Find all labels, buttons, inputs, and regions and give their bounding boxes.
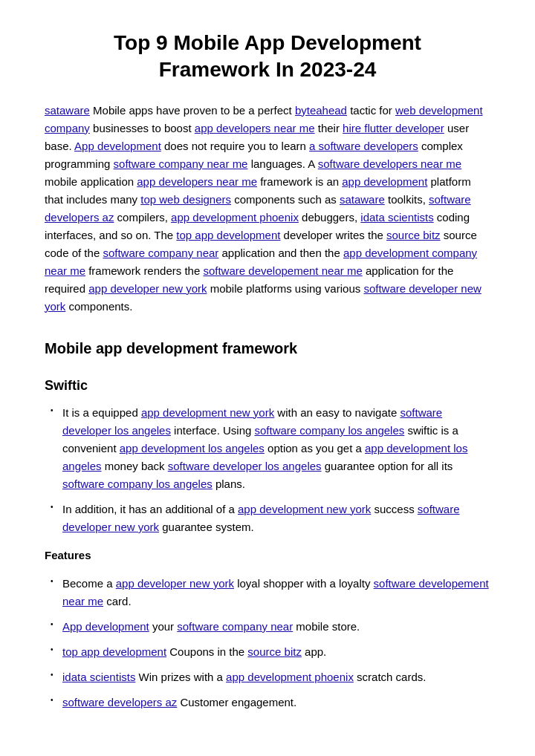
section-mobile-app-framework-heading: Mobile app development framework: [45, 336, 490, 360]
link-app-dev-phoenix-2[interactable]: app development phoenix: [226, 671, 354, 683]
link-software-developement-near-me-1[interactable]: software developement near me: [203, 264, 362, 277]
link-idata-scientists-1[interactable]: idata scientists: [360, 211, 433, 224]
link-software-devs-near-me[interactable]: software developers near me: [318, 157, 461, 170]
link-app-devs-near-me-2[interactable]: app developers near me: [137, 175, 257, 188]
link-a-software-devs[interactable]: a software developers: [309, 140, 418, 152]
link-source-bitz-2[interactable]: source bitz: [247, 645, 302, 658]
link-software-company-near-me[interactable]: software company near me: [114, 157, 248, 170]
link-sataware[interactable]: sataware: [45, 104, 90, 117]
link-software-company-near-2[interactable]: software company near: [177, 620, 293, 633]
link-sataware-2[interactable]: sataware: [340, 193, 385, 206]
list-item: It is a equipped app development new yor…: [45, 404, 490, 493]
link-top-app-dev-1[interactable]: top app development: [176, 229, 280, 241]
link-app-development-2[interactable]: app development: [342, 175, 427, 188]
link-app-dev-la-1[interactable]: app development los angeles: [120, 442, 265, 454]
link-app-dev-new-york-2[interactable]: app development new york: [141, 406, 274, 419]
intro-paragraph: sataware Mobile apps have proven to be a…: [45, 102, 490, 316]
page-title: Top 9 Mobile App Development Framework I…: [45, 30, 490, 84]
link-source-bitz-1[interactable]: source bitz: [386, 229, 441, 241]
list-item: idata scientists Win prizes with a app d…: [45, 668, 490, 686]
link-software-company-near[interactable]: software company near: [103, 247, 218, 259]
link-software-company-la-2[interactable]: software company los angeles: [62, 478, 213, 490]
link-byteahead[interactable]: byteahead: [295, 104, 347, 117]
link-app-devs-near-me-1[interactable]: app developers near me: [195, 122, 315, 134]
section-swiftic-heading: Swiftic: [45, 375, 490, 397]
link-software-company-la-1[interactable]: software company los angeles: [255, 424, 405, 437]
link-app-dev-phoenix-1[interactable]: app development phoenix: [171, 211, 299, 224]
link-top-app-dev-2[interactable]: top app development: [62, 645, 166, 658]
link-software-dev-la-2[interactable]: software developer los angeles: [168, 460, 322, 472]
link-app-dev-new-york-1[interactable]: app developer new york: [88, 282, 207, 295]
link-app-development-1[interactable]: App development: [74, 140, 161, 152]
swiftic-list: It is a equipped app development new yor…: [45, 404, 490, 536]
link-app-dev-new-york-3[interactable]: app development new york: [238, 503, 371, 515]
list-item: In addition, it has an additional of a a…: [45, 501, 490, 536]
list-item: App development your software company ne…: [45, 618, 490, 636]
features-heading: Features: [45, 547, 490, 564]
link-app-dev-new-york-4[interactable]: app developer new york: [116, 577, 234, 590]
features-list: Become a app developer new york loyal sh…: [45, 575, 490, 711]
link-hire-flutter[interactable]: hire flutter developer: [343, 122, 444, 134]
list-item: software developers az Customer engageme…: [45, 694, 490, 711]
link-top-web-designers[interactable]: top web designers: [140, 193, 231, 206]
list-item: Become a app developer new york loyal sh…: [45, 575, 490, 610]
link-software-devs-az-2[interactable]: software developers az: [62, 696, 177, 708]
list-item: top app development Coupons in the sourc…: [45, 643, 490, 661]
link-app-development-3[interactable]: App development: [62, 620, 149, 633]
link-idata-scientists-2[interactable]: idata scientists: [62, 671, 135, 683]
